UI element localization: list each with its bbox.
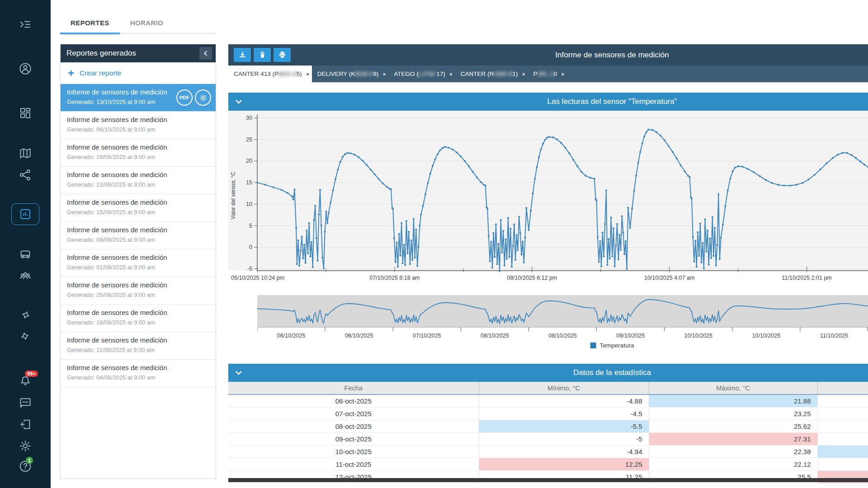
svg-text:08/10/2025 6:12 pm: 08/10/2025 6:12 pm	[507, 275, 557, 281]
module-tab-horario[interactable]: HORARIO	[120, 14, 174, 33]
close-tab-icon[interactable]: ×	[561, 66, 564, 83]
cell-extra	[817, 407, 868, 420]
close-tab-icon[interactable]: ×	[449, 66, 452, 83]
settings-icon[interactable]	[19, 439, 32, 453]
collapse-section-button[interactable]	[235, 99, 242, 104]
unit-tab[interactable]: PJRL-10×	[528, 66, 567, 82]
report-list-item[interactable]: Informe de sensores de mediciónGenerado:…	[61, 194, 216, 222]
table-header-row: FechaMínimo, °CMáximo, °C	[228, 382, 868, 394]
report-list-item[interactable]: Informe de sensores de mediciónGenerado:…	[61, 277, 216, 305]
report-list-item[interactable]: Informe de sensores de mediciónGenerado:…	[61, 332, 216, 360]
report-list-item[interactable]: Informe de sensores de mediciónGenerado:…	[61, 222, 216, 249]
notifications-icon[interactable]: 99+	[19, 374, 32, 388]
license-plate-blurred: LJTW-	[419, 70, 437, 77]
close-tab-icon[interactable]: ×	[306, 66, 309, 83]
print-button[interactable]	[274, 48, 291, 62]
report-toolbar: Informe de sensores de medición	[228, 44, 868, 66]
plus-icon: +	[68, 69, 74, 78]
svg-text:10/10/2025: 10/10/2025	[752, 333, 781, 339]
map-icon[interactable]	[19, 146, 32, 160]
close-tab-icon[interactable]: ×	[522, 66, 525, 83]
chart-overview-slider[interactable]	[257, 295, 868, 327]
report-list-item[interactable]: Informe de sensores de mediciónGenerado:…	[61, 360, 216, 387]
expand-menu-icon[interactable]	[19, 18, 32, 31]
report-list-item[interactable]: Informe de sensores de mediciónGenerado:…	[61, 139, 216, 167]
stats-section-title: Datos de la estadística	[573, 368, 651, 377]
readings-section-header: Las lecturas del sensor "Temperatura"	[228, 93, 868, 111]
sidebar-item-reports-active[interactable]	[11, 203, 39, 225]
generated-reports-panel: Reportes generados + Crear reporte Infor…	[60, 44, 216, 479]
module-tabs: REPORTESHORARIO	[60, 14, 216, 34]
gear-icon	[199, 94, 208, 102]
export-pdf-button[interactable]: PDF	[176, 89, 193, 106]
report-item-generated: Generado: 08/09/2025 at 9:00 am	[67, 236, 210, 243]
create-report-button[interactable]: + Crear reporte	[61, 62, 216, 84]
messages-icon[interactable]	[19, 396, 32, 409]
cell-minimo: -5	[479, 432, 649, 445]
download-button[interactable]	[234, 48, 251, 62]
import-export-icon[interactable]	[19, 418, 32, 431]
account-icon[interactable]	[19, 62, 32, 75]
svg-text:05/10/2025 10:24 pm: 05/10/2025 10:24 pm	[231, 275, 284, 281]
report-list-item[interactable]: Informe de sensores de mediciónGenerado:…	[61, 84, 216, 112]
dashboard-icon[interactable]	[19, 106, 32, 120]
svg-text:07/10/2025: 07/10/2025	[413, 333, 441, 339]
unit-tab[interactable]: CANTER 413 (PBKD-65)×	[228, 66, 312, 82]
report-item-title: Informe de sensores de medición	[67, 364, 210, 371]
apps-icon[interactable]	[19, 310, 32, 323]
report-item-title: Informe de sensores de medición	[67, 281, 210, 289]
collapse-stats-button[interactable]	[235, 371, 242, 375]
chevron-left-icon	[203, 50, 208, 56]
svg-text:15: 15	[246, 179, 252, 186]
stats-section-header: Datos de la estadística	[228, 364, 868, 382]
svg-text:07/10/2025 8:18 am: 07/10/2025 8:18 am	[369, 275, 420, 281]
svg-text:5: 5	[249, 223, 252, 229]
report-list-item[interactable]: Informe de sensores de mediciónGenerado:…	[61, 305, 216, 332]
report-title: Informe de sensores de medición	[555, 51, 669, 60]
vehicles-icon[interactable]	[19, 248, 32, 261]
horizontal-scrollbar[interactable]	[228, 478, 868, 482]
svg-text:09/10/2025: 09/10/2025	[616, 333, 645, 339]
report-list-item[interactable]: Informe de sensores de mediciónGenerado:…	[61, 167, 216, 194]
cell-maximo: 23.25	[649, 407, 817, 420]
close-tab-icon[interactable]: ×	[383, 66, 386, 83]
report-list-item[interactable]: Informe de sensores de mediciónGenerado:…	[61, 112, 216, 139]
unit-tab[interactable]: ATEGO (LJTW-17)×	[388, 66, 455, 82]
svg-text:10: 10	[246, 201, 252, 207]
delete-button[interactable]	[254, 48, 271, 62]
cell-extra	[817, 394, 868, 407]
report-item-generated: Generado: 22/09/2025 at 9:00 am	[67, 181, 210, 188]
svg-text:11/10/2025: 11/10/2025	[820, 333, 848, 339]
report-item-title: Informe de sensores de medición	[67, 171, 210, 178]
readings-section-title: Las lecturas del sensor "Temperatura"	[547, 97, 677, 106]
cell-maximo: 21.88	[649, 394, 817, 407]
report-item-title: Informe de sensores de medición	[67, 143, 210, 151]
license-plate-blurred: JRL-1	[537, 70, 553, 77]
statistics-section: Datos de la estadística FechaMínimo, °CM…	[228, 364, 868, 483]
unit-tabs: CANTER 413 (PBKD-65)×DELIVERY (KBDB-09)×…	[228, 66, 868, 82]
bar-chart-icon	[19, 208, 32, 221]
marketplace-icon[interactable]	[19, 331, 32, 344]
legend-label: Temperatura	[600, 342, 634, 349]
users-icon[interactable]	[19, 269, 32, 282]
cell-minimo: -4.5	[479, 407, 649, 420]
report-item-generated: Generado: 25/08/2025 at 9:00 am	[67, 291, 210, 298]
report-item-title: Informe de sensores de medición	[67, 226, 210, 234]
help-badge: 1	[26, 457, 33, 464]
chart-legend: Temperatura	[228, 342, 868, 354]
cell-fecha: 07-oct-2025	[228, 407, 479, 420]
help-icon[interactable]: 1	[19, 460, 32, 473]
cell-fecha: 11-oct-2025	[228, 458, 479, 470]
module-tab-reportes[interactable]: REPORTES	[60, 14, 120, 33]
report-list-item[interactable]: Informe de sensores de mediciónGenerado:…	[61, 249, 216, 277]
temperature-line-chart[interactable]: 302520151050-505/10/2025 10:24 pm07/10/2…	[228, 111, 868, 282]
cell-fecha: 10-oct-2025	[228, 445, 479, 458]
share-icon[interactable]	[19, 168, 32, 182]
cell-maximo: 27.31	[649, 432, 817, 445]
report-settings-button[interactable]	[195, 89, 211, 106]
report-item-title: Informe de sensores de medición	[67, 253, 210, 261]
unit-tab[interactable]: DELIVERY (KBDB-09)×	[312, 66, 388, 82]
unit-tab[interactable]: CANTER (RGBR-61)×	[455, 66, 528, 82]
collapse-panel-button[interactable]	[199, 47, 212, 60]
report-item-generated: Generado: 06/10/2025 at 9:00 am	[67, 126, 210, 133]
